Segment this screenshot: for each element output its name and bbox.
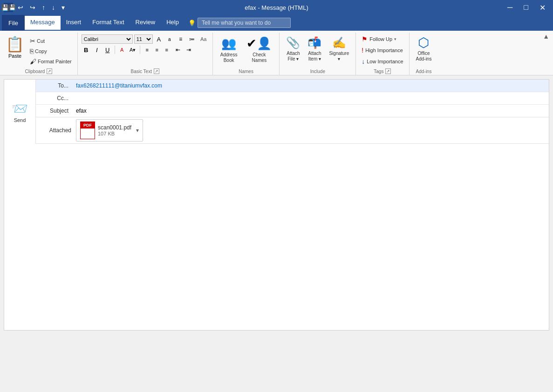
tags-expand-icon[interactable]: ↗ <box>385 68 391 74</box>
high-importance-button[interactable]: ! High Importance <box>360 46 405 55</box>
office-addins-icon: ⬡ <box>418 36 429 49</box>
align-right-button[interactable]: ≡ <box>162 45 171 54</box>
format-painter-button[interactable]: 🖌 Format Painter <box>28 57 74 66</box>
compose-body[interactable] <box>4 144 549 330</box>
maximize-button[interactable]: □ <box>520 2 532 13</box>
basic-text-expand-icon[interactable]: ↗ <box>154 68 159 74</box>
arrow-up-icon[interactable]: ↑ <box>40 3 47 12</box>
list-buttons: ≡ ≔ <box>176 34 197 44</box>
subject-row: Subject <box>36 105 549 117</box>
cut-label: Cut <box>37 38 45 44</box>
decrease-indent-button[interactable]: ⇤ <box>173 45 183 54</box>
to-button[interactable]: To... <box>36 80 73 92</box>
italic-button[interactable]: I <box>92 45 102 54</box>
menu-help[interactable]: Help <box>161 16 184 30</box>
clipboard-expand-icon[interactable]: ↗ <box>47 68 52 74</box>
underline-button[interactable]: U <box>103 45 112 54</box>
address-book-button[interactable]: 👥 AddressBook <box>217 34 241 65</box>
align-buttons: ≡ ≡ ≡ <box>143 45 171 54</box>
customize-icon[interactable]: ▾ <box>60 3 67 12</box>
follow-up-button[interactable]: ⚑ Follow Up ▾ <box>360 34 398 44</box>
cut-button[interactable]: ✂ Cut <box>28 36 74 46</box>
cc-input[interactable] <box>73 93 549 104</box>
bold-button[interactable]: B <box>82 45 91 54</box>
attachment-dropdown-icon[interactable]: ▾ <box>136 127 139 134</box>
office-addins-button[interactable]: ⬡ OfficeAdd-ins <box>413 34 435 64</box>
clipboard-group-label: Clipboard ↗ <box>4 67 74 75</box>
subject-input[interactable] <box>73 105 549 116</box>
menu-review[interactable]: Review <box>130 16 161 30</box>
font-size-select[interactable]: 11 <box>134 34 153 44</box>
menu-message[interactable]: Message <box>25 16 61 30</box>
numbered-list-button[interactable]: ≔ <box>187 34 197 44</box>
attachment-chip[interactable]: PDF scan0001.pdf 107 KB ▾ <box>76 119 143 142</box>
signature-icon: ✍ <box>332 36 346 49</box>
font-family-select[interactable]: Calibri <box>82 34 133 44</box>
low-importance-label: Low Importance <box>367 59 403 64</box>
addins-content: ⬡ OfficeAdd-ins <box>413 33 435 68</box>
ribbon-collapse-button[interactable]: ▲ <box>543 33 549 40</box>
send-panel[interactable]: 📨 Send <box>4 80 36 144</box>
attach-item-icon: 📬 <box>307 36 321 49</box>
include-group-label: Include <box>283 68 352 75</box>
arrow-down-icon[interactable]: ↓ <box>50 3 57 12</box>
increase-indent-button[interactable]: ⇥ <box>184 45 194 54</box>
address-book-label: AddressBook <box>220 52 238 63</box>
redo-icon[interactable]: ↪ <box>28 3 37 12</box>
ribbon-group-basic-text: Calibri 11 A a ≡ ≔ Aа B I U A A▾ <box>78 33 213 75</box>
high-importance-icon: ! <box>362 47 363 54</box>
check-names-button[interactable]: ✔👤 CheckNames <box>243 34 275 65</box>
clipboard-content: 📋 Paste ✂ Cut ⎘ Copy 🖌 Format Painter <box>4 33 74 67</box>
pdf-doc-area <box>81 128 95 139</box>
attach-info: scan0001.pdf 107 KB <box>98 124 131 136</box>
menu-insert[interactable]: Insert <box>61 16 87 30</box>
attach-file-button[interactable]: 📎 AttachFile ▾ <box>283 34 303 64</box>
office-addins-label: OfficeAdd-ins <box>416 51 432 62</box>
attach-item-button[interactable]: 📬 AttachItem ▾ <box>305 34 324 64</box>
styles-button[interactable]: Aа <box>198 34 209 44</box>
menu-file[interactable]: File <box>2 15 25 31</box>
cc-row: Cc... <box>36 92 549 105</box>
minimize-button[interactable]: ─ <box>504 2 516 13</box>
window-controls: ─ □ ✕ <box>504 2 549 13</box>
subject-label: Subject <box>36 105 73 117</box>
separator <box>115 46 115 54</box>
tags-content: ⚑ Follow Up ▾ ! High Importance ↓ Low Im… <box>360 33 405 67</box>
cc-button[interactable]: Cc... <box>36 92 73 104</box>
to-input[interactable] <box>73 80 549 91</box>
low-importance-button[interactable]: ↓ Low Importance <box>360 57 405 66</box>
menu-format-text[interactable]: Format Text <box>87 16 130 30</box>
compose-header: 📨 Send To... Cc... Subject <box>4 80 549 144</box>
tell-me-input[interactable] <box>198 18 291 28</box>
low-importance-icon: ↓ <box>362 58 365 65</box>
shrink-font-button[interactable]: a <box>165 34 174 44</box>
paste-button[interactable]: 📋 Paste <box>4 34 26 60</box>
highlight-button[interactable]: A <box>117 45 127 54</box>
tell-me-area[interactable]: 💡 <box>188 18 291 28</box>
attach-file-icon: 📎 <box>286 36 300 49</box>
signature-button[interactable]: ✍ Signature▾ <box>326 34 352 64</box>
attach-name: scan0001.pdf <box>98 124 131 131</box>
close-button[interactable]: ✕ <box>536 2 549 13</box>
align-center-button[interactable]: ≡ <box>152 45 162 54</box>
window-title: efax - Message (HTML) <box>245 4 308 11</box>
align-left-button[interactable]: ≡ <box>143 45 152 54</box>
copy-button[interactable]: ⎘ Copy <box>28 47 74 56</box>
title-bar: 💾 ↩ ↪ ↑ ↓ ▾ efax - Message (HTML) ─ □ ✕ <box>0 0 553 15</box>
attachment-row: Attached PDF scan0001.pdf 107 KB ▾ <box>36 117 549 144</box>
attached-label: Attached <box>39 127 76 134</box>
bullet-list-button[interactable]: ≡ <box>176 34 186 44</box>
tags-group-label: Tags ↗ <box>360 67 405 75</box>
attach-item-label: AttachItem ▾ <box>308 51 321 62</box>
addins-group-label: Add-ins <box>413 68 435 75</box>
high-importance-label: High Importance <box>365 47 403 53</box>
font-color-button[interactable]: A▾ <box>128 45 137 54</box>
save-icon[interactable]: 💾 <box>4 3 13 12</box>
grow-font-button[interactable]: A <box>154 34 164 44</box>
check-names-icon: ✔👤 <box>246 36 272 51</box>
separator2 <box>140 46 140 54</box>
scissors-icon: ✂ <box>30 37 35 45</box>
basic-text-group-label: Basic Text ↗ <box>82 67 209 75</box>
undo-icon[interactable]: ↩ <box>16 3 25 12</box>
ribbon: 📋 Paste ✂ Cut ⎘ Copy 🖌 Format Painter C <box>0 31 553 75</box>
